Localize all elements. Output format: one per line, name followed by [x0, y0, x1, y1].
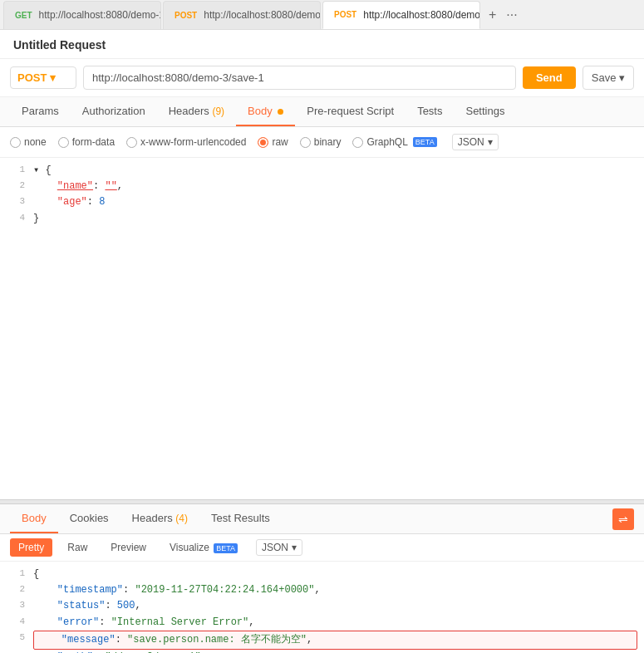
body-type-graphql-label: GraphQL [366, 136, 407, 148]
body-type-raw[interactable]: raw [258, 136, 288, 148]
body-type-none-label: none [24, 136, 47, 148]
tab-3[interactable]: POST http://localhost:8080/demo-3/... ✕ [322, 1, 480, 29]
body-type-raw-label: raw [272, 136, 288, 148]
resp-json-dropdown-arrow: ▾ [292, 542, 297, 553]
req-line-1: 1 ▾ { [0, 163, 644, 179]
resp-tab-headers[interactable]: Headers (4) [120, 504, 199, 533]
tab-settings[interactable]: Settings [454, 97, 516, 126]
resp-line-5: 5 "message": "save.person.name: 名字不能为空", [0, 631, 644, 650]
method-dropdown-icon: ▾ [50, 71, 56, 84]
resp-json-format-dropdown[interactable]: JSON ▾ [256, 539, 302, 556]
body-type-bar: none form-data x-www-form-urlencoded raw… [0, 127, 644, 158]
tab-headers[interactable]: Headers (9) [157, 97, 236, 126]
body-type-none[interactable]: none [10, 136, 47, 148]
request-body-editor[interactable]: 1 ▾ { 2 "name": "", 3 "age": 8 4 } [0, 158, 644, 499]
response-nav-tabs: Body Cookies Headers (4) Test Results ⇌ [0, 504, 644, 534]
body-type-binary[interactable]: binary [300, 136, 342, 148]
req-line-4: 4 } [0, 211, 644, 227]
more-tabs-button[interactable]: ··· [503, 6, 520, 24]
tab-2-method: POST [172, 10, 199, 21]
resp-line-2: 2 "timestamp": "2019-11-27T04:22:24.164+… [0, 582, 644, 598]
radio-raw [258, 137, 268, 148]
tab-params[interactable]: Params [10, 97, 71, 126]
response-format-bar: Pretty Raw Preview Visualize BETA JSON ▾ [0, 534, 644, 562]
response-actions: ⇌ [612, 508, 634, 530]
body-dot [278, 109, 283, 115]
radio-none [10, 137, 21, 148]
tab-1-method: GET [12, 10, 35, 21]
radio-urlencoded [126, 137, 137, 148]
json-dropdown-arrow: ▾ [488, 136, 493, 148]
resp-tab-body[interactable]: Body [10, 504, 58, 533]
response-area: Body Cookies Headers (4) Test Results ⇌ … [0, 504, 644, 653]
resp-tab-test-results[interactable]: Test Results [199, 504, 282, 533]
body-type-graphql[interactable]: GraphQL BETA [352, 136, 436, 148]
request-section: POST ▾ Send Save ▾ Params Authorization … [0, 59, 644, 499]
resp-line-3: 3 "status": 500, [0, 598, 644, 614]
url-bar: POST ▾ Send Save ▾ [0, 59, 644, 97]
visualize-beta-badge: BETA [214, 543, 238, 553]
tab-pre-request[interactable]: Pre-request Script [295, 97, 406, 126]
new-tab-button[interactable]: + [485, 6, 499, 24]
format-raw[interactable]: Raw [59, 538, 96, 557]
send-button[interactable]: Send [523, 66, 576, 89]
tab-authorization[interactable]: Authorization [71, 97, 157, 126]
resp-json-format-label: JSON [262, 542, 288, 553]
resp-line-4: 4 "error": "Internal Server Error", [0, 615, 644, 631]
tab-tests[interactable]: Tests [406, 97, 454, 126]
tab-body[interactable]: Body [236, 97, 295, 126]
response-code: 1 { 2 "timestamp": "2019-11-27T04:22:24.… [0, 562, 644, 653]
tab-1[interactable]: GET http://localhost:8080/demo-1/q... ✕ [3, 1, 161, 29]
url-input[interactable] [83, 66, 516, 90]
body-type-binary-label: binary [314, 136, 342, 148]
method-select[interactable]: POST ▾ [10, 66, 76, 89]
json-format-label: JSON [458, 136, 484, 148]
request-code: 1 ▾ { 2 "name": "", 3 "age": 8 4 } [0, 158, 644, 232]
tab-2-url: http://localhost:8080/demo-2/... [204, 9, 321, 21]
headers-badge: (9) [212, 106, 224, 117]
resp-tab-cookies[interactable]: Cookies [58, 504, 120, 533]
tab-3-method: POST [332, 9, 359, 20]
graphql-beta-badge: BETA [413, 137, 437, 147]
tab-1-url: http://localhost:8080/demo-1/q... [39, 9, 161, 21]
wrap-button[interactable]: ⇌ [612, 508, 634, 530]
resp-line-1: 1 { [0, 567, 644, 582]
json-format-dropdown[interactable]: JSON ▾ [452, 134, 499, 150]
tab-bar: GET http://localhost:8080/demo-1/q... ✕ … [0, 0, 644, 30]
radio-binary [300, 137, 311, 148]
body-type-urlencoded[interactable]: x-www-form-urlencoded [126, 136, 246, 148]
request-title: Untitled Request [0, 30, 644, 59]
body-type-form-data-label: form-data [72, 136, 115, 148]
format-preview[interactable]: Preview [102, 538, 155, 557]
save-button[interactable]: Save ▾ [583, 66, 634, 90]
radio-graphql [352, 137, 363, 148]
body-type-urlencoded-label: x-www-form-urlencoded [140, 136, 246, 148]
resp-line-6: 6 "path": "/demo-3/save-1" [0, 650, 644, 653]
nav-tabs: Params Authorization Headers (9) Body Pr… [0, 97, 644, 127]
resp-headers-badge: (4) [175, 513, 188, 524]
radio-form-data [58, 137, 69, 148]
req-line-3: 3 "age": 8 [0, 194, 644, 210]
wrap-icon: ⇌ [618, 513, 628, 526]
tab-2[interactable]: POST http://localhost:8080/demo-2/... ✕ [163, 1, 321, 29]
tab-3-url: http://localhost:8080/demo-3/... [363, 9, 480, 21]
format-pretty[interactable]: Pretty [10, 538, 52, 557]
req-line-2: 2 "name": "", [0, 179, 644, 194]
method-label: POST [17, 71, 47, 84]
format-visualize[interactable]: Visualize BETA [161, 538, 246, 557]
tab-actions: + ··· [485, 6, 521, 24]
body-type-form-data[interactable]: form-data [58, 136, 115, 148]
